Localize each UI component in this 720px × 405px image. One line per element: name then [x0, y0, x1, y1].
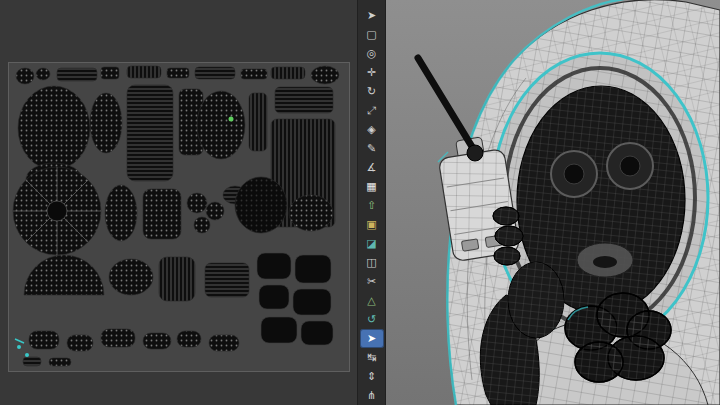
- uv-teal-tick: [15, 339, 24, 343]
- measure-tool[interactable]: ∡: [360, 158, 384, 177]
- spin-tool[interactable]: ↺: [360, 310, 384, 329]
- uv-rounded-square-cluster: [257, 253, 333, 345]
- rotate-tool[interactable]: ↻: [360, 82, 384, 101]
- shrink-fatten-tool[interactable]: ⇕: [360, 367, 384, 386]
- extrude-region-tool[interactable]: ⇧: [360, 196, 384, 215]
- character-eye-left: [551, 151, 597, 197]
- uv-teal-marker: [17, 345, 21, 349]
- add-cube-tool[interactable]: ▦: [360, 177, 384, 196]
- uv-canvas[interactable]: [8, 62, 350, 372]
- measure-tool-icon: ∡: [367, 162, 377, 173]
- spin-tool-icon: ↺: [367, 314, 376, 325]
- select-tweak-tool-icon: ➤: [367, 333, 376, 344]
- inset-faces-tool[interactable]: ▣: [360, 215, 384, 234]
- select-tweak-tool[interactable]: ➤: [360, 329, 384, 348]
- poly-build-tool-icon: △: [367, 295, 375, 306]
- rip-region-tool[interactable]: ⋔: [360, 386, 384, 405]
- move-tool-icon: ✛: [367, 67, 376, 78]
- inset-faces-tool-icon: ▣: [366, 219, 376, 230]
- tweak-tool[interactable]: ➤: [360, 6, 384, 25]
- transform-tool[interactable]: ◈: [360, 120, 384, 139]
- add-cube-tool-icon: ▦: [366, 181, 376, 192]
- loop-cut-tool[interactable]: ◫: [360, 253, 384, 272]
- rotate-tool-icon: ↻: [367, 86, 376, 97]
- select-box-tool-icon: ▢: [366, 29, 376, 40]
- rip-region-tool-icon: ⋔: [367, 390, 376, 401]
- annotate-tool[interactable]: ✎: [360, 139, 384, 158]
- move-tool[interactable]: ✛: [360, 63, 384, 82]
- tweak-tool-icon: ➤: [367, 10, 376, 21]
- shrink-fatten-tool-icon: ⇕: [367, 371, 376, 382]
- uv-layout-graphic: [9, 63, 349, 371]
- uv-radial-fan: [13, 167, 101, 255]
- uv-green-vertex: [229, 117, 234, 122]
- transform-tool-icon: ◈: [367, 124, 375, 135]
- uv-islands-layer: [13, 66, 339, 366]
- knife-tool[interactable]: ✂: [360, 272, 384, 291]
- viewport-canvas[interactable]: [386, 0, 720, 405]
- poly-build-tool[interactable]: △: [360, 291, 384, 310]
- character-hand-left: [493, 207, 523, 265]
- loop-cut-tool-icon: ◫: [366, 257, 376, 268]
- scale-tool-icon: ⤢: [367, 105, 376, 116]
- select-box-tool[interactable]: ▢: [360, 25, 384, 44]
- tool-column: ➤▢◎✛↻⤢◈✎∡▦⇧▣◪◫✂△↺➤↹⇕⋔: [358, 0, 386, 405]
- annotate-tool-icon: ✎: [367, 143, 376, 154]
- uv-teal-marker: [25, 353, 29, 357]
- character-eye-right: [607, 143, 653, 189]
- edge-slide-tool[interactable]: ↹: [360, 348, 384, 367]
- edge-slide-tool-icon: ↹: [367, 352, 376, 363]
- bevel-tool[interactable]: ◪: [360, 234, 384, 253]
- extrude-region-tool-icon: ⇧: [367, 200, 376, 211]
- knife-tool-icon: ✂: [367, 276, 376, 287]
- cursor-tool[interactable]: ◎: [360, 44, 384, 63]
- scale-tool[interactable]: ⤢: [360, 101, 384, 120]
- uv-editor-pane[interactable]: [0, 0, 358, 405]
- viewport-pane[interactable]: [386, 0, 720, 405]
- bevel-tool-icon: ◪: [366, 238, 376, 249]
- cursor-tool-icon: ◎: [367, 48, 377, 59]
- blender-window: ➤▢◎✛↻⤢◈✎∡▦⇧▣◪◫✂△↺➤↹⇕⋔: [0, 0, 720, 405]
- character-muzzle: [577, 243, 633, 277]
